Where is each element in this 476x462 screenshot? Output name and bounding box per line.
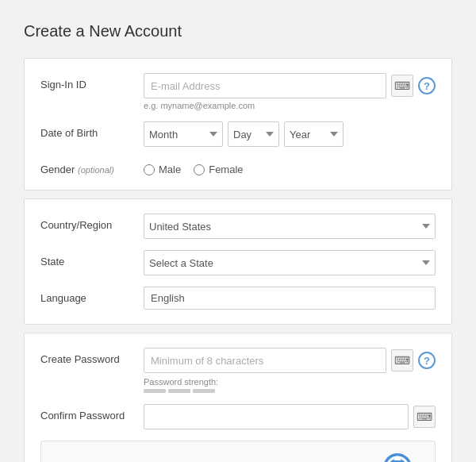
gender-field: Male Female	[144, 158, 436, 175]
confirm-password-input-wrapper: ⌨	[144, 404, 436, 429]
keyboard-icon-confirm[interactable]: ⌨	[413, 406, 436, 428]
create-password-field: ⌨ ? Password strength:	[144, 348, 436, 393]
location-section: Country/Region United States State Selec…	[24, 198, 452, 325]
strength-bar-3	[193, 389, 215, 393]
dob-row: Date of Birth Month JanuaryFebruaryMarch…	[40, 121, 436, 147]
gender-row: Gender (optional) Male Female	[40, 158, 436, 175]
page-container: Create a New Account Sign-In ID ⌨ ? e.g.…	[0, 0, 476, 462]
dob-field: Month JanuaryFebruaryMarch AprilMayJune …	[144, 121, 436, 147]
create-password-input[interactable]	[144, 348, 386, 373]
state-select[interactable]: Select a State	[144, 250, 436, 275]
language-field	[144, 287, 436, 310]
language-input[interactable]	[144, 287, 436, 310]
email-input[interactable]	[144, 73, 386, 98]
state-label: State	[40, 250, 144, 268]
help-icon-email[interactable]: ?	[418, 77, 436, 94]
captcha-right: reCAPTCHA Privacy - Terms	[372, 452, 422, 462]
gender-options: Male Female	[144, 158, 436, 175]
password-section: Create Password ⌨ ? Password strength:	[24, 333, 452, 462]
recaptcha-icon	[382, 452, 413, 462]
gender-optional-label: (optional)	[78, 165, 114, 175]
captcha-container: I'm not a robot reCAPTCHA Privacy - Term…	[40, 441, 436, 462]
day-select[interactable]: Day	[228, 121, 279, 147]
signin-id-row: Sign-In ID ⌨ ? e.g. myname@example.com	[40, 73, 436, 110]
create-password-label: Create Password	[40, 348, 144, 365]
dob-selects: Month JanuaryFebruaryMarch AprilMayJune …	[144, 121, 436, 147]
year-select[interactable]: Year	[284, 121, 344, 147]
month-select[interactable]: Month JanuaryFebruaryMarch AprilMayJune …	[144, 121, 223, 147]
gender-female-label[interactable]: Female	[194, 164, 243, 175]
signin-id-field: ⌨ ? e.g. myname@example.com	[144, 73, 436, 110]
dob-label: Date of Birth	[40, 121, 144, 139]
confirm-password-field: ⌨	[144, 404, 436, 429]
gender-label: Gender (optional)	[40, 158, 144, 175]
strength-bar-1	[144, 389, 166, 393]
gender-male-label[interactable]: Male	[144, 164, 181, 175]
confirm-password-label: Confirm Password	[40, 404, 144, 422]
confirm-password-input[interactable]	[144, 404, 409, 429]
keyboard-icon-email[interactable]: ⌨	[391, 75, 413, 97]
keyboard-icon-password[interactable]: ⌨	[391, 349, 413, 372]
country-label: Country/Region	[40, 214, 144, 231]
create-password-input-wrapper: ⌨ ?	[144, 348, 436, 373]
country-row: Country/Region United States	[40, 214, 436, 239]
create-password-row: Create Password ⌨ ? Password strength:	[40, 348, 436, 393]
strength-bar-2	[168, 389, 190, 393]
gender-female-radio[interactable]	[194, 164, 205, 175]
country-select[interactable]: United States	[144, 214, 436, 239]
strength-label: Password strength:	[144, 377, 436, 387]
signin-id-input-wrapper: ⌨ ?	[144, 73, 436, 98]
state-row: State Select a State	[40, 250, 436, 275]
email-hint: e.g. myname@example.com	[144, 101, 436, 110]
language-label: Language	[40, 287, 144, 304]
strength-bars	[144, 389, 436, 393]
state-field: Select a State	[144, 250, 436, 275]
language-row: Language	[40, 287, 436, 310]
country-field: United States	[144, 214, 436, 239]
gender-male-radio[interactable]	[144, 164, 155, 175]
signin-id-label: Sign-In ID	[40, 73, 144, 90]
help-icon-password[interactable]: ?	[418, 352, 436, 369]
captcha-logo-icon	[382, 452, 413, 462]
form-section: Sign-In ID ⌨ ? e.g. myname@example.com D…	[24, 58, 452, 191]
page-title: Create a New Account	[24, 22, 452, 40]
password-strength-container: Password strength:	[144, 377, 436, 393]
confirm-password-row: Confirm Password ⌨	[40, 404, 436, 429]
